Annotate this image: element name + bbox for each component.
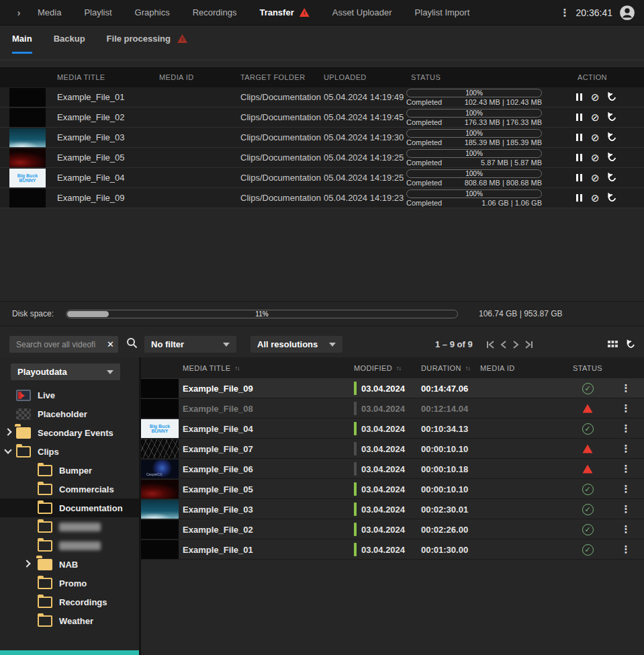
- search-input[interactable]: [16, 340, 107, 349]
- transfer-row[interactable]: Example_File_02 Clips/Documentation 05.0…: [0, 107, 644, 128]
- folder-icon: [38, 540, 52, 552]
- folder-tree-item[interactable]: NAB: [0, 555, 139, 574]
- folder-tree-item[interactable]: Clips: [0, 442, 139, 461]
- chevron-icon[interactable]: [24, 618, 30, 623]
- nav-item[interactable]: Graphics !: [135, 7, 170, 17]
- grid-view-icon[interactable]: [608, 341, 618, 348]
- row-menu-icon[interactable]: ⋮: [608, 523, 644, 535]
- sort-icon[interactable]: ↑↓: [396, 365, 401, 372]
- nav-item[interactable]: Media !: [38, 7, 61, 17]
- chevron-icon[interactable]: [23, 560, 30, 567]
- pause-button[interactable]: [576, 194, 582, 202]
- row-menu-icon[interactable]: ⋮: [608, 543, 644, 556]
- row-menu-icon[interactable]: ⋮: [608, 423, 644, 435]
- retry-button[interactable]: [606, 173, 616, 183]
- media-row[interactable]: Big Buck BUNNY Example_File_04 03.04.202…: [141, 419, 644, 439]
- row-menu-icon[interactable]: ⋮: [608, 503, 644, 515]
- chevron-icon[interactable]: [24, 599, 30, 605]
- row-menu-icon[interactable]: ⋮: [608, 463, 644, 475]
- folder-tree-item[interactable]: Commercials: [0, 480, 139, 498]
- last-page-icon[interactable]: [523, 340, 533, 349]
- search-box[interactable]: ✕: [9, 336, 118, 353]
- pause-button[interactable]: [576, 114, 582, 121]
- app-window: › Media ! Playlist ! Graphics ! Recordin…: [0, 0, 644, 655]
- folder-tree-item[interactable]: [0, 536, 139, 555]
- tab[interactable]: File processing !: [107, 34, 187, 53]
- clear-search-icon[interactable]: ✕: [107, 339, 114, 349]
- folder-tree-item[interactable]: Documentation: [0, 498, 139, 517]
- pause-button[interactable]: [576, 93, 582, 101]
- chevron-icon[interactable]: [24, 468, 30, 473]
- media-row[interactable]: Example_File_03 03.04.2024 00:02:30.01 ✓…: [141, 499, 644, 519]
- cancel-button[interactable]: ⊘: [591, 173, 600, 183]
- resolution-dropdown[interactable]: All resolutions: [250, 336, 342, 353]
- prev-page-icon[interactable]: [500, 340, 508, 349]
- retry-button[interactable]: [606, 112, 616, 122]
- chevron-icon[interactable]: [4, 428, 11, 435]
- horizontal-scrollbar[interactable]: [0, 650, 139, 655]
- transfer-row[interactable]: Example_File_05 Clips/Documentation 05.0…: [0, 148, 644, 168]
- folder-tree-item[interactable]: Placeholder: [0, 404, 139, 423]
- chevron-icon[interactable]: [24, 580, 30, 586]
- row-menu-icon[interactable]: ⋮: [608, 382, 644, 394]
- pause-button[interactable]: [576, 154, 582, 161]
- pause-button[interactable]: [576, 134, 582, 141]
- sort-icon[interactable]: ↑↓: [465, 365, 470, 372]
- cancel-button[interactable]: ⊘: [591, 92, 600, 102]
- row-menu-icon[interactable]: ⋮: [608, 402, 644, 414]
- row-menu-icon[interactable]: ⋮: [608, 483, 644, 495]
- next-page-icon[interactable]: [512, 340, 519, 349]
- folder-tree-item[interactable]: Promo: [0, 574, 139, 593]
- search-icon[interactable]: [126, 337, 138, 351]
- folder-tree-item[interactable]: [0, 517, 139, 536]
- folder-tree-item[interactable]: Bumper: [0, 461, 139, 480]
- nav-item[interactable]: Playlist !: [84, 7, 111, 17]
- nav-item[interactable]: Recordings !: [193, 7, 237, 17]
- filter-dropdown[interactable]: No filter: [144, 336, 236, 353]
- retry-button[interactable]: [606, 92, 616, 102]
- cancel-button[interactable]: ⊘: [591, 152, 600, 163]
- cancel-button[interactable]: ⊘: [591, 112, 600, 122]
- media-row[interactable]: CasparCG Example_File_06 03.04.2024 00:0…: [141, 459, 644, 479]
- chevron-icon[interactable]: [24, 486, 30, 492]
- nav-item[interactable]: Playlist Import !: [415, 7, 470, 17]
- retry-button[interactable]: [606, 132, 616, 142]
- media-row[interactable]: Example_File_01 03.04.2024 00:01:30.00 ✓…: [141, 539, 644, 560]
- transfer-row[interactable]: Example_File_01 Clips/Documentation 05.0…: [0, 87, 644, 107]
- media-row[interactable]: Example_File_07 03.04.2024 00:00:10.10 ✓…: [141, 439, 644, 459]
- pause-button[interactable]: [576, 174, 582, 181]
- chevron-icon[interactable]: [24, 524, 30, 529]
- chevron-icon[interactable]: [24, 543, 30, 548]
- chevron-icon[interactable]: [5, 411, 11, 417]
- account-icon[interactable]: [618, 4, 636, 21]
- tab[interactable]: Main !: [12, 34, 32, 53]
- media-row[interactable]: Example_File_09 03.04.2024 00:14:47.06 ✓…: [141, 378, 644, 398]
- cancel-button[interactable]: ⊘: [591, 193, 600, 203]
- folder-tree-item[interactable]: Weather: [0, 611, 139, 630]
- chevron-icon[interactable]: [24, 505, 30, 511]
- media-row[interactable]: Example_File_02 03.04.2024 00:02:26.00 ✓…: [141, 519, 644, 539]
- folder-tree-item[interactable]: Recordings: [0, 593, 139, 611]
- media-row[interactable]: Example_File_08 03.04.2024 00:12:14.04 ✓…: [141, 398, 644, 419]
- overflow-menu-icon[interactable]: ⋮: [560, 7, 570, 17]
- transfer-row[interactable]: Big Buck BUNNY Example_File_04 Clips/Doc…: [0, 168, 644, 188]
- first-page-icon[interactable]: [486, 340, 496, 349]
- tab[interactable]: Backup !: [54, 34, 85, 53]
- retry-button[interactable]: [606, 193, 616, 203]
- row-menu-icon[interactable]: ⋮: [608, 443, 644, 455]
- transfer-row[interactable]: Example_File_09 Clips/Documentation 05.0…: [0, 188, 644, 208]
- media-row[interactable]: Example_File_05 03.04.2024 00:00:10.10 ✓…: [141, 479, 644, 499]
- chevron-icon[interactable]: [4, 446, 11, 453]
- root-folder-select[interactable]: Playoutdata: [11, 363, 120, 380]
- transfer-row[interactable]: Example_File_03 Clips/Documentation 05.0…: [0, 128, 644, 148]
- retry-button[interactable]: [606, 152, 616, 163]
- nav-item[interactable]: Transfer !: [259, 7, 309, 17]
- folder-tree-item[interactable]: Secondary Events: [0, 423, 139, 442]
- nav-collapse-icon[interactable]: ›: [0, 7, 38, 18]
- folder-tree-item[interactable]: Live: [0, 386, 139, 404]
- cancel-button[interactable]: ⊘: [591, 132, 600, 142]
- nav-item[interactable]: Asset Uploader !: [332, 7, 392, 17]
- sort-icon[interactable]: ↑↓: [234, 365, 239, 372]
- chevron-icon[interactable]: [5, 392, 11, 398]
- refresh-icon[interactable]: [626, 339, 636, 349]
